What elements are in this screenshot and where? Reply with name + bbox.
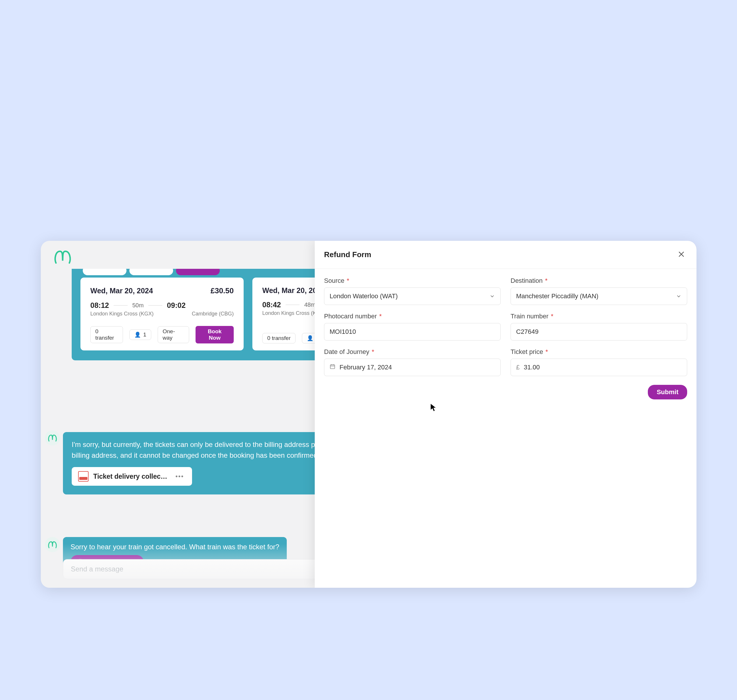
train-number-field-group: Train number *	[511, 313, 687, 341]
price-field-group: Ticket price * £	[511, 348, 687, 376]
svg-rect-5	[330, 365, 335, 369]
date-field-group: Date of Journey *	[324, 348, 501, 376]
book-now-button[interactable]: Book Now	[195, 326, 234, 343]
dep-station: London Kings Cross (KGX)	[90, 311, 154, 317]
train-number-input-wrap	[511, 323, 687, 341]
attachment-card[interactable]: Ticket delivery collecti... •••	[72, 467, 192, 486]
source-field-group: Source * London Waterloo (WAT)	[324, 277, 501, 305]
photocard-label: Photocard number *	[324, 313, 501, 320]
source-label: Source *	[324, 277, 501, 285]
attachment-menu-button[interactable]: •••	[174, 473, 186, 480]
person-icon: 👤	[134, 331, 141, 338]
price-input[interactable]	[524, 363, 682, 371]
message-line: I'm sorry, but currently, the tickets ca…	[72, 441, 315, 449]
duration: 48m	[304, 301, 316, 308]
calendar-icon	[330, 363, 335, 371]
train-number-label: Train number *	[511, 313, 687, 320]
route-line	[148, 305, 162, 306]
dep-time: 08:12	[90, 301, 109, 310]
passengers-count: 1	[143, 331, 146, 338]
currency-icon: £	[516, 363, 520, 371]
dep-time: 08:42	[262, 301, 281, 309]
results-tabs	[83, 269, 220, 275]
train-card[interactable]: Wed, Mar 20, 2024 £30.50 08:12 50m 09:02	[81, 278, 244, 350]
assistant-avatar	[45, 537, 60, 552]
destination-select[interactable]: Manchester Piccadilly (MAN)	[511, 287, 687, 305]
photocard-field-group: Photocard number *	[324, 313, 501, 341]
source-select[interactable]: London Waterloo (WAT)	[324, 287, 501, 305]
transfers-pill: 0 transfer	[90, 326, 123, 343]
message-text: Sorry to hear your train got cancelled. …	[70, 543, 279, 551]
price-label: Ticket price *	[511, 348, 687, 356]
chevron-down-icon	[676, 293, 682, 299]
transfers-pill: 0 transfer	[262, 333, 295, 343]
arr-time: 09:02	[167, 301, 186, 310]
app-window: Wed, Mar 20, 2024 £30.50 08:12 50m 09:02	[41, 241, 696, 588]
train-number-input[interactable]	[516, 328, 682, 335]
passengers-pill: 👤1	[129, 329, 151, 340]
close-icon	[677, 250, 686, 258]
photocard-input[interactable]	[330, 328, 495, 335]
chevron-down-icon	[489, 293, 495, 299]
message-line: billing address, and it cannot be change…	[72, 451, 319, 459]
refund-form-title: Refund Form	[324, 250, 371, 259]
refund-form-body: Source * London Waterloo (WAT) Destinati…	[315, 269, 696, 407]
app-logo	[53, 249, 72, 266]
results-tab[interactable]	[83, 269, 126, 275]
duration: 50m	[132, 302, 144, 309]
refund-form-actions: Submit	[324, 385, 687, 399]
arr-station: Cambridge (CBG)	[192, 311, 234, 317]
results-tab[interactable]	[129, 269, 173, 275]
train-price: £30.50	[210, 286, 234, 295]
close-button[interactable]	[675, 249, 687, 261]
destination-field-group: Destination * Manchester Piccadilly (MAN…	[511, 277, 687, 305]
source-value: London Waterloo (WAT)	[330, 293, 398, 300]
submit-button[interactable]: Submit	[648, 385, 687, 399]
pdf-icon	[78, 471, 89, 482]
price-input-wrap: £	[511, 359, 687, 376]
date-input[interactable]	[339, 363, 495, 371]
person-icon: 👤	[307, 335, 313, 341]
refund-panel: Refund Form Source * London Waterloo (WA…	[315, 241, 696, 588]
date-label: Date of Journey *	[324, 348, 501, 356]
train-date: Wed, Mar 20, 2024	[90, 287, 153, 295]
destination-value: Manchester Piccadilly (MAN)	[516, 293, 598, 300]
message-placeholder: Send a message	[71, 565, 123, 573]
photocard-input-wrap	[324, 323, 501, 341]
route-line	[114, 305, 128, 306]
date-input-wrap[interactable]	[324, 359, 501, 376]
refund-panel-header: Refund Form	[315, 241, 696, 269]
destination-label: Destination *	[511, 277, 687, 285]
attachment-label: Ticket delivery collecti...	[93, 473, 169, 481]
assistant-avatar	[45, 430, 60, 446]
results-tab-active[interactable]	[176, 269, 220, 275]
trip-type-pill: One-way	[158, 326, 189, 343]
